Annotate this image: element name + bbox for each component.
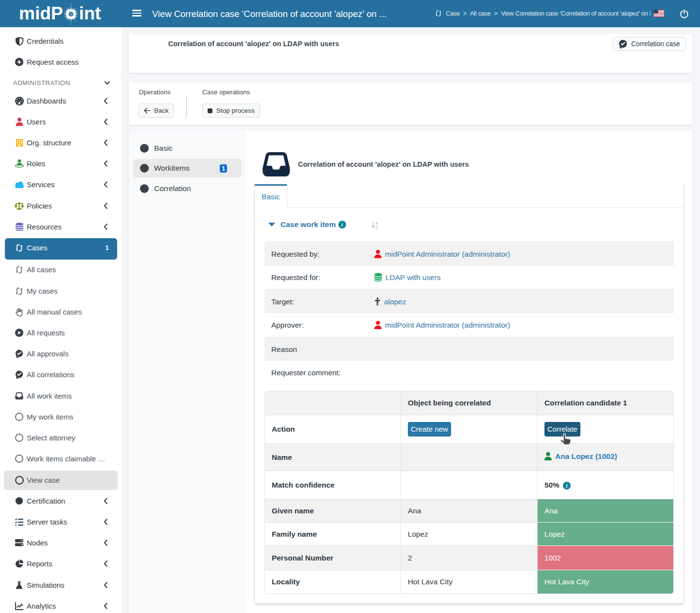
svg-text:Z: Z [375,225,378,229]
